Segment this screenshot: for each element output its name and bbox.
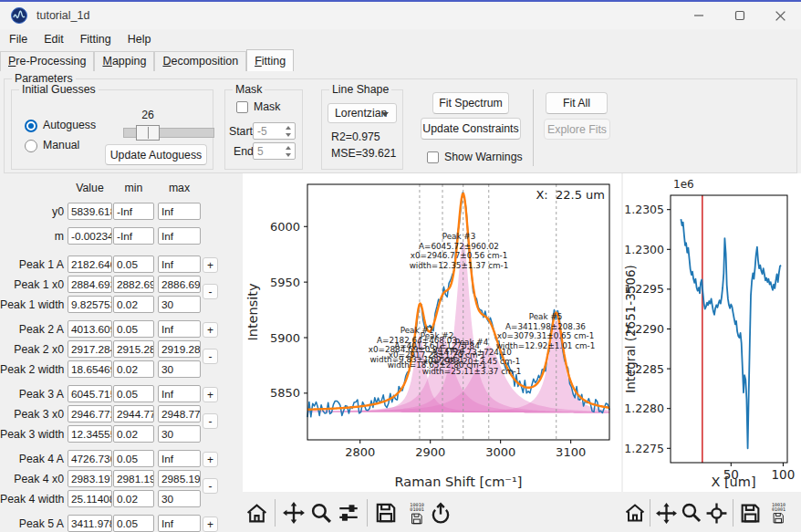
- subplots-config-button[interactable]: [335, 498, 362, 527]
- param-input-peak-1-a-value[interactable]: [68, 256, 112, 273]
- autoguess-radio[interactable]: [25, 120, 37, 132]
- param-input-peak-1-a-min[interactable]: [113, 256, 154, 273]
- param-input-peak-3-width-min[interactable]: [113, 425, 154, 443]
- manual-radio-label[interactable]: Manual: [43, 139, 79, 151]
- maximize-button[interactable]: [719, 2, 760, 29]
- save-data-button[interactable]: 10010 01001: [763, 498, 788, 527]
- add-peak-button[interactable]: +: [203, 387, 218, 402]
- add-peak-button[interactable]: +: [203, 516, 218, 532]
- param-input-peak-2-a-min[interactable]: [113, 320, 154, 338]
- param-input-peak-4-x0-max[interactable]: [158, 470, 201, 487]
- param-input-peak-1-a-max[interactable]: [158, 256, 201, 273]
- home-button[interactable]: [243, 498, 270, 527]
- param-input-peak-3-a-min[interactable]: [113, 385, 154, 402]
- param-input-peak-2-width-min[interactable]: [113, 360, 154, 378]
- param-input-peak-3-a-value[interactable]: [68, 385, 112, 402]
- tab-mapping[interactable]: Mapping: [94, 51, 154, 71]
- save-data-button[interactable]: 10010 01001: [400, 498, 427, 527]
- param-input-peak-2-width-value[interactable]: [68, 360, 112, 378]
- mask-checkbox[interactable]: [236, 101, 248, 113]
- param-input-y0-min[interactable]: [113, 203, 154, 220]
- param-input-y0-value[interactable]: [68, 203, 112, 220]
- zoom-button[interactable]: [307, 498, 335, 527]
- add-peak-button[interactable]: +: [203, 452, 218, 467]
- param-input-peak-1-width-max[interactable]: [158, 296, 201, 313]
- integral-figure[interactable]: 501001.22751.22801.22851.22901.22951.230…: [623, 173, 801, 492]
- param-input-peak-1-x0-value[interactable]: [68, 276, 112, 293]
- param-input-peak-2-x0-min[interactable]: [113, 340, 154, 358]
- mask-checkbox-label[interactable]: Mask: [254, 100, 280, 113]
- spectrum-canvas[interactable]: 28002900300031005850590059506000Raman Sh…: [243, 173, 621, 492]
- param-input-peak-4-a-max[interactable]: [158, 450, 201, 467]
- minimize-button[interactable]: [678, 2, 719, 29]
- param-input-peak-4-a-value[interactable]: [68, 450, 112, 467]
- spin-arrows-icon[interactable]: [284, 124, 293, 139]
- param-input-peak-3-x0-value[interactable]: [68, 405, 112, 422]
- update-autoguess-button[interactable]: Update Autoguess: [105, 144, 207, 165]
- menu-file[interactable]: File: [1, 31, 36, 47]
- param-input-peak-1-width-min[interactable]: [113, 296, 154, 313]
- param-input-peak-3-width-max[interactable]: [158, 425, 201, 443]
- param-input-peak-5-a-value[interactable]: [68, 515, 112, 532]
- add-peak-button[interactable]: +: [203, 257, 218, 273]
- zoom-button[interactable]: [679, 498, 703, 527]
- param-input-peak-4-x0-min[interactable]: [113, 470, 154, 487]
- spin-arrows-icon[interactable]: [284, 144, 293, 159]
- menu-fitting[interactable]: Fitting: [72, 31, 120, 47]
- menu-help[interactable]: Help: [120, 31, 160, 47]
- fit-spectrum-button[interactable]: Fit Spectrum: [432, 92, 509, 114]
- manual-radio[interactable]: [25, 140, 37, 152]
- param-input-peak-4-width-min[interactable]: [113, 490, 154, 507]
- param-input-peak-4-a-min[interactable]: [113, 450, 154, 467]
- pan-button[interactable]: [280, 498, 307, 527]
- param-input-peak-2-x0-value[interactable]: [68, 340, 112, 358]
- menu-edit[interactable]: Edit: [36, 31, 72, 47]
- home-button[interactable]: [623, 498, 647, 527]
- remove-peak-button[interactable]: -: [203, 478, 218, 494]
- tab-decomposition[interactable]: Decomposition: [154, 51, 246, 71]
- param-input-peak-3-x0-min[interactable]: [113, 405, 154, 422]
- param-input-peak-1-x0-max[interactable]: [158, 276, 201, 293]
- show-warnings-checkbox[interactable]: [427, 151, 439, 163]
- autoguess-radio-label[interactable]: Autoguess: [43, 119, 96, 131]
- remove-peak-button[interactable]: -: [203, 349, 218, 364]
- show-warnings-label[interactable]: Show Warnings: [444, 151, 523, 163]
- param-input-peak-3-a-max[interactable]: [158, 385, 201, 402]
- param-input-peak-2-a-value[interactable]: [68, 320, 112, 338]
- param-input-peak-2-width-max[interactable]: [158, 360, 201, 378]
- param-input-peak-2-a-max[interactable]: [158, 320, 201, 338]
- tab-pre-processing[interactable]: Pre-Processing: [0, 51, 94, 71]
- param-input-peak-4-width-max[interactable]: [158, 490, 201, 507]
- param-input-m-min[interactable]: [113, 227, 154, 245]
- peak-count-slider-handle[interactable]: [136, 125, 160, 141]
- remove-peak-button[interactable]: -: [203, 284, 218, 299]
- export-button[interactable]: [427, 498, 454, 527]
- param-input-peak-1-width-value[interactable]: [68, 296, 112, 313]
- param-input-peak-3-x0-max[interactable]: [158, 405, 201, 422]
- mask-start-spinbox[interactable]: -5: [253, 122, 296, 140]
- save-figure-button[interactable]: [372, 498, 400, 527]
- param-input-peak-4-width-value[interactable]: [68, 490, 112, 507]
- mask-end-spinbox[interactable]: 5: [253, 142, 296, 160]
- tab-fitting[interactable]: Fitting: [246, 49, 294, 71]
- select-point-button[interactable]: [703, 498, 729, 527]
- integral-canvas[interactable]: 501001.22751.22801.22851.22901.22951.230…: [623, 173, 801, 492]
- param-input-peak-5-a-max[interactable]: [158, 515, 201, 532]
- param-input-m-max[interactable]: [158, 227, 201, 245]
- add-peak-button[interactable]: +: [203, 322, 218, 338]
- param-input-peak-5-a-min[interactable]: [113, 515, 154, 532]
- spectrum-figure[interactable]: 28002900300031005850590059506000Raman Sh…: [243, 173, 621, 492]
- param-input-m-value[interactable]: [68, 227, 112, 245]
- update-constraints-button[interactable]: Update Constraints: [421, 118, 521, 140]
- param-input-peak-1-x0-min[interactable]: [113, 276, 154, 293]
- param-input-y0-max[interactable]: [158, 203, 201, 220]
- pan-button[interactable]: [653, 498, 679, 527]
- line-shape-combobox[interactable]: Lorentzian: [328, 103, 397, 123]
- param-input-peak-4-x0-value[interactable]: [68, 470, 112, 487]
- explore-fits-button[interactable]: Explore Fits: [544, 119, 610, 140]
- fit-all-button[interactable]: Fit All: [546, 92, 608, 114]
- close-button[interactable]: [760, 2, 801, 29]
- param-input-peak-2-x0-max[interactable]: [158, 340, 201, 358]
- remove-peak-button[interactable]: -: [203, 413, 218, 429]
- param-input-peak-3-width-value[interactable]: [68, 425, 112, 443]
